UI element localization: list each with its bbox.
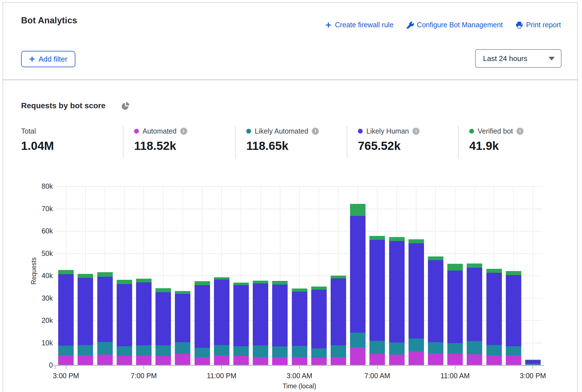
bar-segment-likely-automated (292, 346, 307, 357)
bar-segment-likely-automated (214, 345, 229, 355)
bar-6-00-am[interactable] (350, 186, 366, 365)
bar-8-00-am[interactable] (389, 186, 405, 365)
bar-7-00-am[interactable] (369, 186, 385, 365)
plus-icon (29, 56, 35, 62)
bar-8-00-pm[interactable] (155, 186, 171, 365)
bar-segment-likely-automated (350, 333, 366, 347)
info-icon[interactable]: i (180, 128, 187, 135)
y-tick-label: 50k (28, 249, 53, 258)
stat-total: Total1.04M (21, 127, 54, 153)
bar-segment-likely-automated (175, 342, 190, 354)
bar-segment-verified-bot (428, 256, 443, 260)
bar-5-00-am[interactable] (331, 186, 346, 365)
y-axis-zero-tick (52, 365, 55, 365)
bar-segment-verified-bot (272, 281, 288, 285)
bar-12-00-pm[interactable] (467, 186, 482, 365)
bar-4-00-am[interactable] (311, 186, 327, 365)
bar-segment-likely-human (428, 260, 443, 342)
bar-segment-likely-human (97, 277, 113, 342)
bar-segment-automated (389, 355, 405, 365)
bar-segment-likely-automated (155, 345, 171, 356)
bar-11-00-am[interactable] (447, 186, 463, 365)
bar-segment-verified-bot (58, 270, 74, 274)
bar-segment-likely-human (272, 285, 288, 346)
x-tick-label: 3:00 PM (510, 372, 555, 380)
stat-value: 41.9k (469, 139, 524, 153)
y-tick-label: 70k (28, 205, 53, 213)
info-icon[interactable]: i (516, 128, 524, 135)
stat-label: Verified bot (478, 127, 513, 135)
bar-segment-verified-bot (214, 277, 229, 280)
y-tick-label: 80k (28, 182, 53, 190)
x-tick-label: 3:00 AM (277, 372, 322, 380)
bar-segment-automated (272, 357, 288, 365)
bar-segment-verified-bot (331, 276, 346, 278)
bar-segment-likely-human (253, 283, 268, 345)
bar-6-00-pm[interactable] (117, 186, 132, 365)
bar-segment-likely-automated (428, 342, 443, 353)
bar-segment-likely-automated (525, 364, 541, 364)
bar-11-00-pm[interactable] (214, 186, 229, 365)
bar-4-00-pm[interactable] (78, 186, 93, 365)
bar-segment-automated (350, 347, 366, 365)
bar-3-00-pm[interactable] (58, 186, 74, 365)
print-report-link[interactable]: Print report (516, 21, 561, 29)
y-tick-label: 30k (28, 294, 53, 302)
stat-header: Verified boti (469, 127, 524, 136)
bar-1-00-pm[interactable] (486, 186, 502, 365)
bar-segment-verified-bot (136, 279, 152, 283)
configure-bot-management-link[interactable]: Configure Bot Management (407, 21, 503, 29)
bar-2-00-am[interactable] (272, 186, 288, 365)
bar-3-00-pm[interactable] (525, 186, 541, 365)
x-tick-mark (143, 366, 144, 369)
bar-segment-automated (369, 354, 385, 365)
chevron-down-icon (549, 57, 555, 60)
bar-9-00-am[interactable] (409, 186, 424, 365)
add-filter-label: Add filter (39, 55, 67, 64)
y-tick-label: 0 (28, 361, 53, 369)
info-icon[interactable]: i (412, 128, 419, 135)
bar-1-00-am[interactable] (253, 186, 268, 365)
stat-value: 1.04M (21, 139, 54, 153)
time-range-select[interactable]: Last 24 hours (475, 49, 561, 68)
bar-segment-automated (253, 357, 268, 365)
bar-segment-likely-automated (389, 343, 405, 355)
stat-header: Likely Humani (358, 127, 419, 136)
bar-5-00-pm[interactable] (97, 186, 113, 365)
bar-7-00-pm[interactable] (136, 186, 152, 365)
bar-segment-automated (58, 355, 74, 365)
create-firewall-rule-link[interactable]: Create firewall rule (325, 21, 393, 29)
info-icon[interactable]: i (312, 128, 319, 135)
bar-segment-automated (467, 354, 482, 365)
bar-segment-automated (506, 355, 521, 365)
stat-likely-automated: Likely Automatedi118.65k (246, 127, 319, 153)
bar-segment-likely-automated (369, 341, 385, 354)
bar-segment-verified-bot (525, 360, 541, 360)
bar-segment-likely-human (78, 278, 93, 345)
bar-segment-likely-automated (467, 341, 482, 354)
bar-12-00-am[interactable] (233, 186, 249, 365)
stat-label: Total (21, 127, 36, 135)
bar-segment-likely-automated (117, 346, 132, 356)
bar-9-00-pm[interactable] (175, 186, 190, 365)
bar-segment-verified-bot (467, 263, 482, 267)
bar-2-00-pm[interactable] (506, 186, 521, 365)
bar-segment-likely-human (525, 360, 541, 364)
bar-10-00-am[interactable] (428, 186, 443, 365)
bar-segment-likely-automated (331, 345, 346, 357)
bar-segment-likely-human (447, 271, 463, 343)
add-filter-button[interactable]: Add filter (21, 51, 75, 67)
bar-segment-automated (97, 355, 113, 365)
bar-segment-likely-human (58, 274, 74, 346)
bar-segment-likely-automated (447, 343, 463, 354)
bar-10-00-pm[interactable] (195, 186, 210, 365)
bar-segment-automated (292, 357, 307, 365)
bar-segment-verified-bot (350, 204, 366, 216)
bar-segment-automated (195, 357, 210, 365)
header-actions: Create firewall rule Configure Bot Manag… (325, 21, 561, 29)
bar-3-00-am[interactable] (292, 186, 307, 365)
bar-segment-verified-bot (447, 264, 463, 271)
legend-dot-likely-automated (246, 129, 251, 134)
bar-segment-verified-bot (389, 237, 405, 241)
bar-segment-likely-human (506, 275, 521, 346)
